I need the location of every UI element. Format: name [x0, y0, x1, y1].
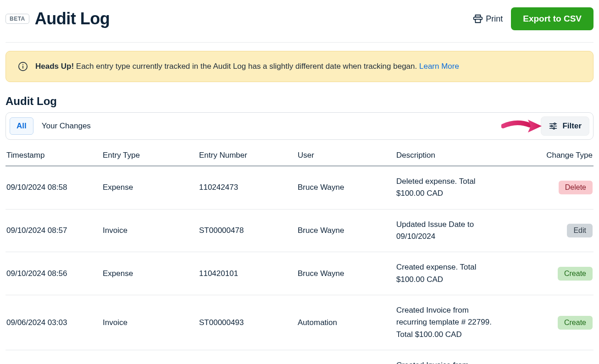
cell-entry-type: Invoice [102, 295, 198, 350]
table-row[interactable]: 09/10/2024 08:58Expense110242473Bruce Wa… [6, 166, 593, 209]
cell-user: Bruce Wayne [297, 209, 395, 252]
cell-description: Created expense. Total $100.00 CAD [395, 252, 515, 295]
change-type-badge: Edit [567, 224, 593, 237]
print-label: Print [486, 14, 503, 24]
section-title: Audit Log [6, 95, 593, 108]
filter-label: Filter [562, 121, 582, 131]
tab-your-changes[interactable]: Your Changes [35, 118, 97, 134]
cell-description: Created Invoice from recurring template … [395, 295, 515, 350]
printer-icon [473, 14, 483, 24]
filter-bar: All Your Changes Filter [6, 112, 593, 140]
print-button[interactable]: Print [473, 14, 503, 24]
cell-change-type: Create [515, 252, 593, 295]
svg-point-6 [554, 123, 555, 124]
page-title: Audit Log [35, 9, 110, 28]
info-icon [18, 61, 28, 72]
cell-user: Automation [297, 295, 395, 350]
cell-timestamp: 09/10/2024 08:56 [6, 252, 102, 295]
tabs: All Your Changes [10, 117, 97, 135]
table-row[interactable]: 09/10/2024 08:57InvoiceST00000478Bruce W… [6, 209, 593, 252]
beta-badge: BETA [6, 14, 29, 24]
cell-description: Created Invoice from recurring template … [395, 350, 515, 364]
svg-point-8 [551, 125, 552, 127]
audit-log-table: Timestamp Entry Type Entry Number User D… [6, 146, 593, 364]
pointer-arrow-icon [501, 117, 543, 135]
cell-entry-number: 110242473 [198, 166, 297, 209]
cell-change-type: Create [515, 350, 593, 364]
table-row[interactable]: 09/10/2024 08:56Expense110420101Bruce Wa… [6, 252, 593, 295]
col-entry-type: Entry Type [102, 146, 198, 166]
filter-button[interactable]: Filter [541, 116, 589, 136]
col-entry-number: Entry Number [198, 146, 297, 166]
cell-user: Bruce Wayne [297, 252, 395, 295]
cell-entry-number: 110420101 [198, 252, 297, 295]
col-timestamp: Timestamp [6, 146, 102, 166]
learn-more-link[interactable]: Learn More [419, 62, 459, 71]
cell-timestamp: 09/06/2024 03:03 [6, 295, 102, 350]
cell-timestamp: 09/10/2024 08:57 [6, 209, 102, 252]
page-header: BETA Audit Log Print Export to CSV [6, 5, 593, 43]
svg-rect-1 [476, 19, 481, 22]
cell-entry-number: ST00000493 [198, 295, 297, 350]
cell-timestamp: 08/30/2024 03:03 [6, 350, 102, 364]
cell-timestamp: 09/10/2024 08:58 [6, 166, 102, 209]
cell-change-type: Edit [515, 209, 593, 252]
svg-point-4 [22, 64, 23, 65]
table-row[interactable]: 08/30/2024 03:03InvoiceST00000492Automat… [6, 350, 593, 364]
header-right: Print Export to CSV [473, 7, 593, 30]
cell-entry-type: Expense [102, 166, 198, 209]
sliders-icon [549, 121, 558, 131]
cell-description: Deleted expense. Total $100.00 CAD [395, 166, 515, 209]
change-type-badge: Delete [559, 181, 593, 194]
info-alert: Heads Up! Each entry type currently trac… [6, 51, 593, 82]
col-user: User [297, 146, 395, 166]
cell-description: Updated Issue Date to 09/10/2024 [395, 209, 515, 252]
cell-entry-type: Expense [102, 252, 198, 295]
tab-all[interactable]: All [10, 117, 33, 135]
cell-entry-type: Invoice [102, 350, 198, 364]
cell-entry-type: Invoice [102, 209, 198, 252]
table-row[interactable]: 09/06/2024 03:03InvoiceST00000493Automat… [6, 295, 593, 350]
alert-text: Heads Up! Each entry type currently trac… [35, 62, 459, 71]
cell-user: Bruce Wayne [297, 166, 395, 209]
col-change-type: Change Type [515, 146, 593, 166]
change-type-badge: Create [558, 316, 593, 330]
alert-body: Each entry type currently tracked in the… [76, 62, 417, 71]
alert-bold: Heads Up! [35, 62, 74, 71]
cell-change-type: Delete [515, 166, 593, 209]
col-description: Description [395, 146, 515, 166]
header-left: BETA Audit Log [6, 9, 110, 28]
export-csv-button[interactable]: Export to CSV [511, 7, 593, 30]
cell-change-type: Create [515, 295, 593, 350]
svg-point-10 [553, 127, 555, 129]
cell-user: Automation [297, 350, 395, 364]
cell-entry-number: ST00000478 [198, 209, 297, 252]
table-header-row: Timestamp Entry Type Entry Number User D… [6, 146, 593, 166]
cell-entry-number: ST00000492 [198, 350, 297, 364]
change-type-badge: Create [558, 267, 593, 281]
